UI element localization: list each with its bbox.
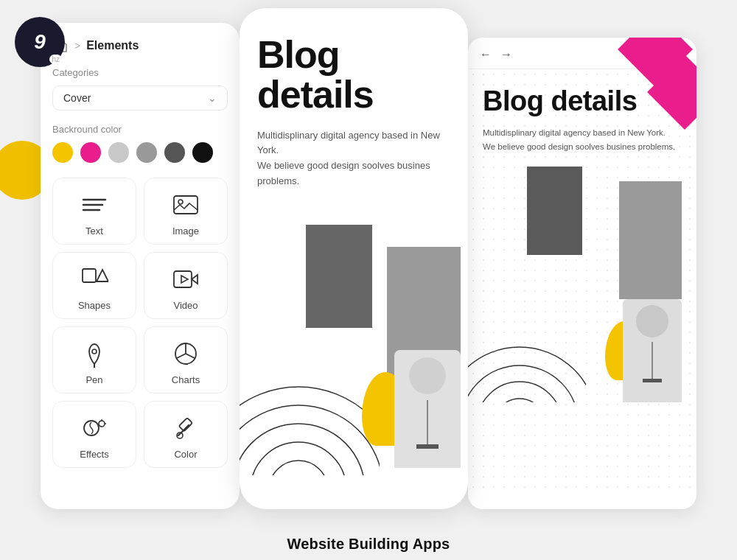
browser-content: Blog details Multidisplinary digital age… [468, 69, 696, 497]
svg-point-19 [269, 461, 328, 475]
svg-point-30 [477, 382, 562, 402]
element-card-pen[interactable]: Pen [52, 326, 136, 393]
svg-rect-3 [174, 196, 198, 214]
phone-content: Blog details Multidisplinary digital age… [240, 8, 468, 225]
svg-marker-8 [192, 275, 198, 284]
bg-color-label: Backround color [52, 124, 228, 135]
svg-point-22 [240, 405, 380, 475]
phone-blog-title: Blog details [257, 35, 450, 115]
svg-point-31 [468, 365, 579, 402]
effects-icon [80, 413, 109, 443]
swatch-lightgray[interactable] [108, 142, 129, 163]
element-label-charts: Charts [172, 374, 200, 385]
white-statue-area [394, 350, 461, 468]
browser-image-area [468, 167, 696, 402]
category-dropdown[interactable]: Cover ⌄ [52, 85, 228, 111]
svg-marker-6 [97, 270, 108, 281]
statue-stand [427, 400, 428, 444]
color-picker-icon [171, 413, 200, 443]
pen-icon [80, 339, 109, 368]
element-card-image[interactable]: Image [144, 178, 228, 245]
svg-point-4 [178, 200, 183, 204]
logo: 9 hz [15, 17, 74, 76]
svg-rect-5 [83, 269, 96, 282]
swatch-yellow[interactable] [52, 142, 73, 163]
main-container: 9 hz > Elements Categories Cover ⌄ Backr… [15, 8, 722, 524]
statue-base [416, 444, 439, 449]
browser-statue-stand [652, 342, 653, 379]
browser-preview-panel: ← → Blog details Multidisplinary digital… [468, 38, 696, 509]
elements-grid: Text Image [52, 178, 228, 468]
image-icon [171, 190, 200, 220]
svg-point-20 [251, 442, 346, 475]
charts-icon [171, 339, 200, 368]
svg-point-29 [494, 399, 545, 402]
element-card-text[interactable]: Text [52, 178, 136, 245]
svg-point-32 [468, 347, 586, 402]
element-label-effects: Effects [80, 449, 109, 460]
page-caption: Website Building Apps [287, 536, 450, 553]
chevron-down-icon: ⌄ [208, 92, 217, 104]
shapes-icon [80, 265, 109, 294]
dark-block [306, 225, 372, 328]
svg-marker-9 [181, 276, 188, 283]
svg-rect-17 [179, 418, 192, 431]
svg-point-21 [240, 424, 365, 475]
forward-icon[interactable]: → [500, 48, 512, 61]
element-label-color: Color [174, 449, 197, 460]
logo-text: 9 [34, 30, 46, 54]
categories-label: Categories [52, 67, 228, 78]
swatch-pink[interactable] [80, 142, 101, 163]
browser-nav: ← → [480, 48, 512, 61]
browser-blog-desc: Multidisplinary digital agency based in … [468, 126, 696, 167]
element-label-video: Video [173, 300, 198, 311]
swatch-darkgray[interactable] [164, 142, 185, 163]
browser-white-statue [623, 299, 682, 402]
element-card-effects[interactable]: Effects [52, 401, 136, 468]
element-card-color[interactable]: Color [144, 401, 228, 468]
video-icon [171, 265, 200, 294]
breadcrumb-separator: > [74, 40, 80, 52]
svg-point-10 [92, 349, 97, 354]
concentric-circles [240, 328, 380, 475]
phone-image-area [240, 225, 468, 475]
element-label-pen: Pen [85, 374, 102, 385]
element-card-charts[interactable]: Charts [144, 326, 228, 393]
browser-statue-base [643, 379, 662, 382]
logo-circle: 9 hz [15, 17, 65, 67]
browser-concentric-circles [468, 292, 586, 402]
swatch-gray[interactable] [136, 142, 157, 163]
back-icon[interactable]: ← [480, 48, 492, 61]
background-color-section: Backround color [52, 124, 228, 163]
breadcrumb-current: Elements [86, 39, 139, 52]
browser-statue-head [636, 305, 668, 337]
svg-point-14 [99, 421, 105, 427]
color-swatches [52, 142, 228, 163]
element-label-image: Image [172, 225, 199, 237]
browser-gray-block [619, 181, 682, 299]
element-label-text: Text [85, 225, 103, 237]
category-selected: Cover [63, 92, 91, 104]
swatch-black[interactable] [192, 142, 213, 163]
browser-dark-block [527, 167, 582, 255]
text-icon [80, 190, 109, 220]
elements-panel: > Elements Categories Cover ⌄ Backround … [41, 23, 240, 509]
statue-head [409, 357, 446, 394]
phone-preview-panel: Blog details Multidisplinary digital age… [240, 8, 468, 509]
element-label-shapes: Shapes [78, 300, 111, 311]
element-card-video[interactable]: Video [144, 252, 228, 319]
phone-blog-desc: Multidisplinary digital agency based in … [257, 128, 450, 189]
logo-suffix: hz [49, 55, 62, 64]
panel-header: > Elements [52, 38, 228, 54]
element-card-shapes[interactable]: Shapes [52, 252, 136, 319]
